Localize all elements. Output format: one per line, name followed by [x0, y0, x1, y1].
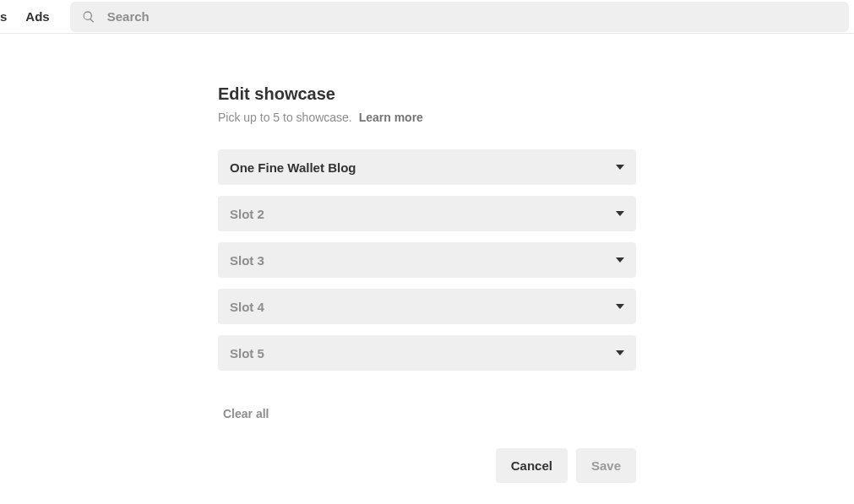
- slot-select-1[interactable]: One Fine Wallet Blog: [218, 149, 636, 185]
- nav-item-truncated[interactable]: s: [0, 9, 12, 24]
- header: s Ads: [0, 0, 854, 34]
- save-button[interactable]: Save: [576, 448, 636, 483]
- slot-select-2[interactable]: Slot 2: [218, 196, 636, 231]
- search-bar[interactable]: [70, 2, 849, 32]
- slot-select-5[interactable]: Slot 5: [218, 335, 636, 371]
- page-title: Edit showcase: [218, 84, 636, 104]
- slot-select-3[interactable]: Slot 3: [218, 242, 636, 278]
- subtitle: Pick up to 5 to showcase. Learn more: [218, 111, 636, 124]
- learn-more-link[interactable]: Learn more: [359, 111, 423, 124]
- nav-item-ads[interactable]: Ads: [12, 9, 63, 24]
- cancel-button[interactable]: Cancel: [496, 448, 568, 483]
- subtitle-text: Pick up to 5 to showcase.: [218, 111, 352, 124]
- search-icon: [82, 10, 95, 24]
- actions: Cancel Save: [218, 448, 636, 483]
- clear-all-button[interactable]: Clear all: [223, 407, 269, 420]
- main-content: Edit showcase Pick up to 5 to showcase. …: [218, 84, 636, 483]
- slot-select-4[interactable]: Slot 4: [218, 289, 636, 324]
- search-input[interactable]: [107, 9, 837, 24]
